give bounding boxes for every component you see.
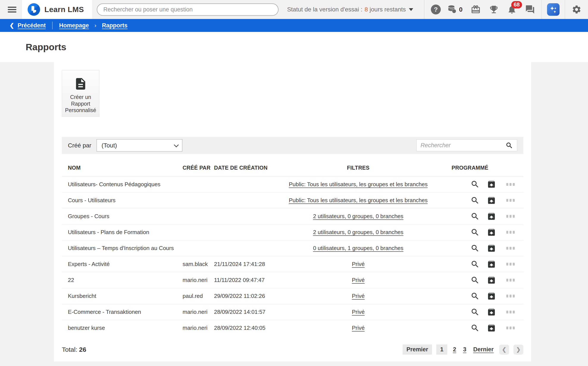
report-created-by: paul.red bbox=[178, 293, 211, 299]
more-options-icon[interactable] bbox=[506, 231, 515, 234]
report-filters-link[interactable]: Privé bbox=[352, 309, 365, 315]
pagination-next-button[interactable]: ❯ bbox=[513, 345, 523, 355]
report-filters-link[interactable]: Privé bbox=[352, 325, 365, 331]
breadcrumb-rapports-link[interactable]: Rapports bbox=[102, 22, 128, 29]
report-created-by: mario.neri bbox=[178, 309, 211, 315]
create-custom-report-button[interactable]: Créer un Rapport Personnalisé bbox=[62, 70, 99, 117]
reports-card: Créer un Rapport Personnalisé Créé par (… bbox=[54, 62, 531, 361]
report-filters-link[interactable]: Privé bbox=[352, 293, 365, 299]
preview-search-icon[interactable] bbox=[471, 196, 480, 205]
more-options-icon[interactable] bbox=[506, 247, 515, 250]
preview-search-icon[interactable] bbox=[471, 212, 480, 221]
chevron-down-icon bbox=[409, 8, 413, 11]
more-options-icon[interactable] bbox=[506, 279, 515, 282]
pagination-last-button[interactable]: Dernier bbox=[472, 344, 495, 355]
pagination-first-button[interactable]: Premier bbox=[403, 344, 432, 355]
table-row: benutzer kurse mario.neri 28/09/2022 12:… bbox=[62, 320, 523, 336]
achievements-trophy-button[interactable] bbox=[489, 5, 499, 15]
notifications-badge: 68 bbox=[511, 1, 522, 8]
export-icon[interactable] bbox=[487, 244, 496, 253]
header-icon-group: 0 68 bbox=[447, 5, 535, 15]
notifications-bell-button[interactable]: 68 bbox=[507, 5, 517, 15]
more-options-icon[interactable] bbox=[506, 199, 515, 202]
export-icon[interactable] bbox=[487, 212, 496, 221]
table-row: Kursbericht paul.red 29/09/2022 11:02:26… bbox=[62, 288, 523, 304]
help-button[interactable]: ? bbox=[431, 5, 441, 15]
preview-search-icon[interactable] bbox=[471, 324, 480, 333]
preview-search-icon[interactable] bbox=[471, 228, 480, 237]
report-filters-link[interactable]: Privé bbox=[352, 261, 365, 267]
column-header-name: NOM bbox=[62, 165, 178, 171]
settings-gear-button[interactable] bbox=[572, 5, 581, 15]
export-icon[interactable] bbox=[487, 276, 496, 285]
report-filters-link[interactable]: 0 utilisateurs, 1 groupes, 0 branches bbox=[313, 245, 403, 251]
created-by-selected-value: (Tout) bbox=[101, 142, 117, 149]
reports-search bbox=[416, 139, 517, 151]
table-row: Cours - Utilisateurs Public: Tous les ut… bbox=[62, 192, 523, 208]
report-created-by: sam.black bbox=[178, 261, 211, 267]
trial-status-dropdown[interactable]: Statut de la version d'essai : 8 jours r… bbox=[287, 6, 413, 13]
pagination-page-2[interactable]: 2 bbox=[451, 344, 457, 355]
preview-search-icon[interactable] bbox=[471, 276, 480, 285]
report-created-at: 29/09/2022 11:02:26 bbox=[211, 293, 269, 299]
preview-search-icon[interactable] bbox=[471, 244, 480, 253]
created-by-select[interactable]: (Tout) bbox=[97, 139, 182, 152]
table-row: Utilisateurs – Temps d'Inscription au Co… bbox=[62, 240, 523, 256]
table-row: Utilisateurs- Contenus Pédagogiques Publ… bbox=[62, 176, 523, 192]
export-icon[interactable] bbox=[487, 180, 496, 189]
pagination-page-1[interactable]: 1 bbox=[436, 344, 447, 355]
report-name: E-Commerce - Transaktionen bbox=[62, 309, 178, 315]
document-icon bbox=[74, 77, 88, 91]
chevron-left-icon: ❮ bbox=[9, 22, 14, 29]
global-search-input[interactable] bbox=[103, 6, 272, 13]
messages-chat-button[interactable] bbox=[525, 5, 535, 15]
reports-search-input[interactable] bbox=[420, 142, 505, 149]
export-icon[interactable] bbox=[487, 324, 496, 333]
back-link[interactable]: Précédent bbox=[18, 22, 46, 29]
pagination-page-3[interactable]: 3 bbox=[462, 344, 467, 355]
column-header-created-at: DATE DE CRÉATION bbox=[211, 165, 269, 171]
more-options-icon[interactable] bbox=[506, 215, 515, 218]
header-divider bbox=[542, 0, 542, 19]
chevron-left-icon: ❮ bbox=[502, 346, 506, 353]
export-icon[interactable] bbox=[487, 308, 496, 317]
column-header-filters: FILTRES bbox=[269, 165, 448, 171]
pagination: Premier 1 2 3 Dernier ❮ ❯ bbox=[403, 344, 523, 355]
global-search[interactable] bbox=[97, 3, 278, 16]
pagination-prev-button[interactable]: ❮ bbox=[499, 345, 509, 355]
sparkles-icon bbox=[549, 5, 558, 14]
report-filters-link[interactable]: 2 utilisateurs, 0 groupes, 0 branches bbox=[313, 229, 403, 235]
chevron-down-icon bbox=[174, 142, 179, 147]
export-icon[interactable] bbox=[487, 228, 496, 237]
page-title: Rapports bbox=[26, 42, 66, 52]
breadcrumb: ❮ Précédent Homepage › Rapports bbox=[0, 19, 588, 32]
more-options-icon[interactable] bbox=[506, 295, 515, 297]
create-custom-report-label: Créer un Rapport Personnalisé bbox=[62, 94, 99, 114]
preview-search-icon[interactable] bbox=[471, 308, 480, 317]
preview-search-icon[interactable] bbox=[471, 292, 480, 301]
more-options-icon[interactable] bbox=[506, 311, 515, 313]
report-filters-link[interactable]: Public: Tous les utilisateurs, les group… bbox=[289, 197, 428, 204]
export-icon[interactable] bbox=[487, 260, 496, 269]
report-name: Utilisateurs – Temps d'Inscription au Co… bbox=[62, 245, 178, 252]
preview-search-icon[interactable] bbox=[471, 260, 480, 269]
more-options-icon[interactable] bbox=[506, 327, 515, 329]
report-filters-link[interactable]: Public: Tous les utilisateurs, les group… bbox=[289, 181, 428, 188]
export-icon[interactable] bbox=[487, 196, 496, 205]
report-name: Utilisateurs - Plans de Formation bbox=[62, 229, 178, 236]
preview-search-icon[interactable] bbox=[471, 180, 480, 189]
more-options-icon[interactable] bbox=[506, 263, 515, 266]
gamification-points-button[interactable]: 0 bbox=[447, 5, 463, 15]
export-icon[interactable] bbox=[487, 292, 496, 301]
report-filters-link[interactable]: Privé bbox=[352, 277, 365, 283]
search-icon[interactable] bbox=[505, 142, 513, 149]
learn-lms-logo bbox=[28, 3, 40, 16]
hamburger-menu-icon[interactable] bbox=[8, 5, 16, 14]
breadcrumb-homepage-link[interactable]: Homepage bbox=[59, 22, 89, 29]
report-filters-link[interactable]: 2 utilisateurs, 0 groupes, 0 branches bbox=[313, 213, 403, 219]
ai-assistant-button[interactable] bbox=[547, 3, 559, 16]
brand-block[interactable]: Learn LMS bbox=[22, 0, 92, 19]
filter-bar: Créé par (Tout) bbox=[62, 137, 523, 154]
more-options-icon[interactable] bbox=[506, 183, 515, 186]
rewards-gift-button[interactable] bbox=[471, 5, 481, 15]
